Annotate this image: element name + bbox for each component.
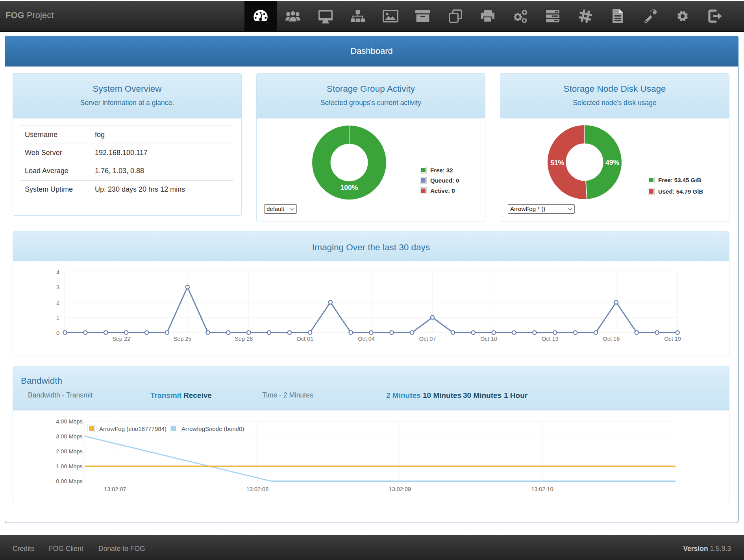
svg-text:3: 3 — [56, 284, 59, 290]
svg-text:2.00 Mbps: 2.00 Mbps — [56, 448, 83, 455]
svg-text:0: 0 — [56, 330, 59, 336]
svg-text:4.00 Mbps: 4.00 Mbps — [56, 418, 83, 425]
svg-text:Oct 13: Oct 13 — [542, 336, 559, 342]
svg-text:Oct 10: Oct 10 — [480, 336, 497, 342]
svg-text:ArrowfogSnode (bond0): ArrowfogSnode (bond0) — [181, 425, 244, 432]
svg-text:0.00 Mbps: 0.00 Mbps — [56, 478, 83, 484]
svg-text:Oct 19: Oct 19 — [664, 336, 681, 342]
svg-text:13:02:10: 13:02:10 — [531, 486, 553, 492]
svg-text:13:02:07: 13:02:07 — [104, 486, 126, 492]
svg-text:Sep 28: Sep 28 — [235, 336, 253, 342]
svg-text:1.00 Mbps: 1.00 Mbps — [56, 463, 83, 469]
svg-text:13:02:09: 13:02:09 — [389, 486, 411, 492]
svg-text:Oct 04: Oct 04 — [358, 336, 375, 342]
svg-text:3.00 Mbps: 3.00 Mbps — [56, 433, 83, 440]
svg-text:1: 1 — [56, 314, 59, 321]
svg-text:ArrowFog (eno16777984): ArrowFog (eno16777984) — [99, 425, 167, 432]
svg-text:Sep 25: Sep 25 — [174, 336, 192, 342]
svg-text:Sep 22: Sep 22 — [112, 336, 130, 342]
svg-text:100%: 100% — [341, 184, 358, 192]
svg-text:2: 2 — [56, 299, 59, 306]
svg-text:Oct 07: Oct 07 — [419, 336, 436, 342]
svg-text:Oct 16: Oct 16 — [603, 336, 620, 342]
svg-text:4: 4 — [56, 269, 59, 275]
svg-text:49%: 49% — [605, 159, 619, 166]
svg-text:13:02:08: 13:02:08 — [246, 486, 268, 492]
svg-text:51%: 51% — [550, 159, 564, 167]
svg-text:Oct 01: Oct 01 — [297, 336, 314, 342]
